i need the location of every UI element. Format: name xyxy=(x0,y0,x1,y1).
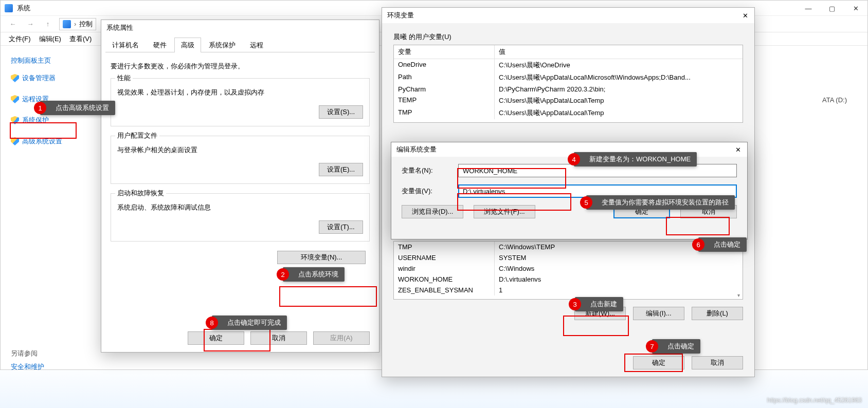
group-performance: 性能 视觉效果，处理器计划，内存使用，以及虚拟内存 设置(S)... xyxy=(111,78,370,126)
tab-advanced[interactable]: 高级 xyxy=(174,38,201,52)
chevron-down-icon[interactable]: ▾ xyxy=(735,292,742,298)
see-also-label: 另请参阅 xyxy=(11,349,93,358)
tab-protection[interactable]: 系统保护 xyxy=(202,38,242,52)
perf-settings-button[interactable]: 设置(S)... xyxy=(319,105,363,119)
sysprops-ok-button[interactable]: 确定 xyxy=(188,331,244,345)
close-icon[interactable]: ✕ xyxy=(741,11,749,20)
table-row: TEMPC:\Users\晨曦\AppData\Local\Temp xyxy=(394,95,743,107)
editdlg-title: 编辑系统变量 xyxy=(396,145,437,154)
menu-file[interactable]: 文件(F) xyxy=(6,33,34,45)
callout-8: 8点击确定即可完成 xyxy=(212,316,287,330)
tab-hardware[interactable]: 硬件 xyxy=(147,38,173,52)
profile-legend: 用户配置文件 xyxy=(115,131,159,140)
system-protection-link[interactable]: 系统保护 xyxy=(22,116,49,125)
callout-7: 7点击确定 xyxy=(652,339,700,354)
advanced-system-settings-link[interactable]: 高级系统设置 xyxy=(22,137,62,146)
tab-computer-name[interactable]: 计算机名 xyxy=(105,38,146,52)
pc-icon xyxy=(63,20,71,28)
close-button[interactable]: ✕ xyxy=(844,1,867,16)
callout-1: 1点击高级系统设置 xyxy=(40,101,115,115)
user-vars-label: 晨曦 的用户变量(U) xyxy=(393,32,754,42)
shield-icon xyxy=(11,137,19,145)
drive-hint: ATA (D:) xyxy=(822,96,847,104)
sys-vars-list[interactable]: TMPC:\Windows\TEMP USERNAMESYSTEM windir… xyxy=(393,241,743,300)
startup-legend: 启动和故障恢复 xyxy=(115,189,166,198)
sys-vars-buttons: 新建(W)... 编辑(I)... 删除(L) xyxy=(393,307,743,320)
address-text: 控制 xyxy=(79,20,93,29)
envdlg-ok-button[interactable]: 确定 xyxy=(633,356,684,369)
close-icon[interactable]: ✕ xyxy=(734,145,742,154)
group-profile: 用户配置文件 与登录帐户相关的桌面设置 设置(E)... xyxy=(111,136,370,184)
envdlg-cancel-button[interactable]: 取消 xyxy=(692,356,743,369)
tab-remote[interactable]: 远程 xyxy=(243,38,270,52)
var-value-label: 变量值(V): xyxy=(402,187,458,196)
control-panel-home[interactable]: 控制面板主页 xyxy=(11,56,93,65)
col-value: 值 xyxy=(495,45,743,59)
perf-desc: 视觉效果，处理器计划，内存使用，以及虚拟内存 xyxy=(117,88,363,97)
up-icon[interactable]: ↑ xyxy=(42,18,54,30)
watermark: https://blog.csdn.net/qq_45261963 xyxy=(767,397,862,404)
profile-settings-button[interactable]: 设置(E)... xyxy=(319,163,363,176)
user-vars-list[interactable]: 变量 值 OneDriveC:\Users\晨曦\OneDrive PathC:… xyxy=(393,45,743,123)
maximize-button[interactable]: ▢ xyxy=(820,1,844,16)
table-row: PyCharmD:\PyCharm\PyCharm 2020.3.2\bin; xyxy=(394,84,743,95)
table-row: windirC:\Windows xyxy=(394,263,743,274)
menu-edit[interactable]: 编辑(E) xyxy=(36,33,64,45)
system-title: 系统 xyxy=(17,4,30,13)
browse-file-button[interactable]: 浏览文件(F)... xyxy=(474,205,535,218)
callout-5: 5变量值为你需要将虚拟环境安装位置的路径 xyxy=(586,195,735,210)
startup-desc: 系统启动、系统故障和调试信息 xyxy=(117,203,363,212)
admin-note: 要进行大多数更改，你必须作为管理员登录。 xyxy=(111,62,370,71)
edit-button[interactable]: 编辑(I)... xyxy=(633,307,684,320)
minimize-button[interactable]: — xyxy=(797,1,820,16)
security-maintenance-link[interactable]: 安全和维护 xyxy=(11,362,93,372)
sysprops-cancel-button[interactable]: 取消 xyxy=(250,331,307,345)
table-row: WORKON_HOMED:\.virtualenvs xyxy=(394,274,743,285)
back-icon[interactable]: ← xyxy=(7,18,19,30)
envdlg-title-bar: 环境变量 ✕ xyxy=(382,8,754,23)
table-row: TMPC:\Users\晨曦\AppData\Local\Temp xyxy=(394,107,743,119)
address-box[interactable]: › 控制 xyxy=(59,18,96,30)
group-startup: 启动和故障恢复 系统启动、系统故障和调试信息 设置(T)... xyxy=(111,193,370,242)
callout-2: 2点击系统环境 xyxy=(283,267,345,282)
profile-desc: 与登录帐户相关的桌面设置 xyxy=(117,145,363,155)
forward-icon[interactable]: → xyxy=(24,18,37,30)
table-row: OneDriveC:\Users\晨曦\OneDrive xyxy=(394,59,743,71)
env-vars-button[interactable]: 环境变量(N)... xyxy=(277,251,366,264)
device-manager-link[interactable]: 设备管理器 xyxy=(22,73,56,83)
system-left-pane: 控制面板主页 设备管理器 远程设置 系统保护 高级系统设置 另请参阅 安全和维护 xyxy=(1,47,103,369)
callout-6: 6点击确定 xyxy=(698,237,747,252)
shield-icon xyxy=(11,95,19,103)
table-row: USERNAMESYSTEM xyxy=(394,252,743,263)
col-variable: 变量 xyxy=(394,45,495,59)
table-row: TMPC:\Windows\TEMP xyxy=(394,242,743,252)
sysprops-title: 系统属性 xyxy=(101,20,379,35)
callout-3: 3点击新建 xyxy=(575,297,623,311)
callout-4: 4新建变量名为：WORKON_HOME xyxy=(574,152,697,166)
startup-settings-button[interactable]: 设置(T)... xyxy=(319,220,363,234)
sysprops-tabs: 计算机名 硬件 高级 系统保护 远程 xyxy=(105,38,375,52)
sysprops-apply-button[interactable]: 应用(A) xyxy=(313,331,370,345)
system-icon xyxy=(5,4,13,12)
perf-legend: 性能 xyxy=(115,73,133,83)
table-row: PathC:\Users\晨曦\AppData\Local\Microsoft\… xyxy=(394,71,743,84)
var-name-label: 变量名(N): xyxy=(402,166,458,175)
delete-button[interactable]: 删除(L) xyxy=(692,307,743,320)
browse-dir-button[interactable]: 浏览目录(D)... xyxy=(402,205,463,218)
table-row: ZES_ENABLE_SYSMAN1 xyxy=(394,285,743,295)
envdlg-title: 环境变量 xyxy=(387,11,414,20)
shield-icon xyxy=(11,116,19,124)
system-properties-dialog: 系统属性 计算机名 硬件 高级 系统保护 远程 要进行大多数更改，你必须作为管理… xyxy=(101,20,379,353)
shield-icon xyxy=(11,74,19,82)
menu-view[interactable]: 查看(V) xyxy=(66,33,95,45)
